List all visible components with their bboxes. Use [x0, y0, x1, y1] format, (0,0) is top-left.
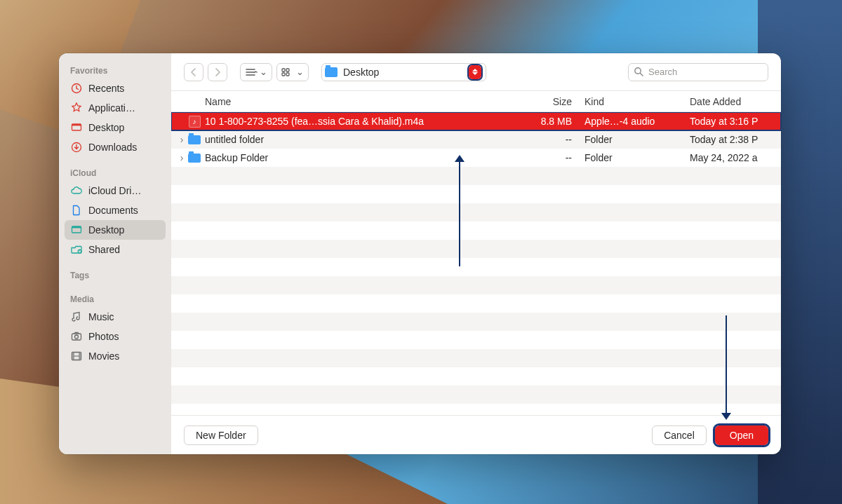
file-row[interactable]: ♪ 10 1-800-273-8255 (fea…ssia Cara & Kha… — [171, 112, 781, 130]
file-date: Today at 2:38 P — [690, 134, 781, 145]
svg-point-15 — [635, 67, 641, 73]
clock-icon — [70, 82, 83, 95]
group-view-button[interactable]: ⌄ — [276, 63, 309, 81]
view-buttons: ⌄ ⌄ — [240, 63, 309, 81]
file-size: -- — [504, 134, 584, 145]
folder-icon — [325, 67, 338, 77]
sidebar-item-label: Downloads — [88, 142, 137, 153]
svg-point-7 — [79, 250, 81, 252]
file-size: 8.8 MB — [504, 116, 584, 127]
sidebar-section-header-media: Media — [65, 292, 166, 307]
sidebar-item-downloads[interactable]: Downloads — [65, 137, 166, 157]
file-size: -- — [504, 152, 584, 163]
folder-icon — [187, 135, 202, 144]
main-pane: ⌄ ⌄ Desktop Name Size Kind Date Added — [171, 53, 781, 454]
annotation-arrow — [726, 315, 727, 414]
file-name: 10 1-800-273-8255 (fea…ssia Cara & Khali… — [202, 116, 504, 127]
disclosure-chevron-icon[interactable]: › — [177, 134, 187, 145]
desktop-teal-icon — [70, 224, 83, 236]
sidebar-item-label: Desktop — [88, 224, 124, 236]
annotation-arrow — [459, 161, 460, 266]
sidebar-section-header-tags: Tags — [65, 268, 166, 283]
svg-point-9 — [75, 335, 79, 339]
sidebar-item-label: Movies — [88, 350, 119, 362]
col-date[interactable]: Date Added — [690, 96, 781, 107]
cancel-button[interactable]: Cancel — [652, 425, 707, 445]
dialog-footer: New Folder Cancel Open — [171, 415, 781, 454]
apps-icon — [70, 102, 83, 114]
file-kind: Apple…-4 audio — [584, 116, 690, 127]
file-date: Today at 3:16 P — [690, 116, 781, 127]
file-row[interactable]: › Backup Folder -- Folder May 24, 2022 a — [171, 149, 781, 167]
col-name[interactable]: Name — [205, 96, 504, 107]
file-kind: Folder — [584, 134, 690, 145]
sidebar-item-music[interactable]: Music — [65, 307, 166, 327]
sidebar-item-recents[interactable]: Recents — [65, 79, 166, 98]
nav-buttons — [184, 63, 227, 81]
music-note-icon — [70, 311, 83, 323]
col-size[interactable]: Size — [504, 96, 584, 107]
cloud-icon — [70, 184, 83, 197]
svg-rect-12 — [286, 69, 289, 71]
sidebar-item-desktop-icloud[interactable]: Desktop — [65, 220, 166, 240]
sidebar-section-header-icloud: iCloud — [65, 165, 166, 181]
location-selector[interactable]: Desktop — [321, 63, 486, 81]
sidebar-item-label: iCloud Dri… — [88, 185, 141, 196]
file-name: untitled folder — [202, 134, 504, 145]
camera-icon — [70, 330, 83, 343]
location-label: Desktop — [343, 67, 463, 78]
file-kind: Folder — [584, 152, 690, 163]
sidebar-item-applications[interactable]: Applicati… — [65, 98, 166, 118]
new-folder-button[interactable]: New Folder — [184, 425, 258, 445]
desktop-icon — [70, 121, 83, 134]
sidebar-item-label: Documents — [88, 205, 138, 216]
file-list: ♪ 10 1-800-273-8255 (fea…ssia Cara & Kha… — [171, 112, 781, 415]
toolbar: ⌄ ⌄ Desktop — [171, 53, 781, 91]
svg-rect-13 — [282, 73, 285, 76]
sidebar-item-documents[interactable]: Documents — [65, 200, 166, 220]
sidebar-item-label: Photos — [88, 331, 119, 342]
back-button[interactable] — [184, 63, 203, 81]
open-button[interactable]: Open — [715, 425, 768, 445]
sidebar-item-desktop[interactable]: Desktop — [65, 118, 166, 137]
film-icon — [70, 350, 83, 362]
sidebar-item-icloud-drive[interactable]: iCloud Dri… — [65, 181, 166, 200]
chevron-down-icon: ⌄ — [260, 67, 267, 77]
search-field[interactable] — [628, 63, 768, 81]
sidebar-item-label: Applicati… — [88, 102, 135, 114]
audio-file-icon: ♪ — [187, 116, 202, 128]
sidebar: Favorites Recents Applicati… Desktop Dow… — [59, 53, 171, 454]
document-icon — [70, 204, 83, 217]
column-headers: Name Size Kind Date Added — [171, 91, 781, 112]
updown-stepper-icon — [469, 65, 481, 79]
open-file-dialog: Favorites Recents Applicati… Desktop Dow… — [59, 53, 781, 454]
disclosure-chevron-icon[interactable]: › — [177, 152, 187, 163]
svg-rect-14 — [286, 73, 289, 76]
sidebar-item-label: Desktop — [88, 122, 124, 133]
list-view-button[interactable]: ⌄ — [240, 63, 272, 81]
svg-rect-2 — [72, 124, 81, 125]
search-icon — [634, 67, 643, 76]
search-input[interactable] — [628, 63, 768, 81]
download-icon — [70, 141, 83, 154]
file-row[interactable]: › untitled folder -- Folder Today at 2:3… — [171, 130, 781, 149]
sidebar-item-label: Shared — [88, 244, 120, 255]
shared-icon — [70, 243, 83, 256]
svg-rect-11 — [282, 69, 285, 71]
sidebar-item-label: Recents — [88, 83, 124, 94]
sidebar-item-shared[interactable]: Shared — [65, 240, 166, 259]
col-kind[interactable]: Kind — [584, 96, 690, 107]
file-date: May 24, 2022 a — [690, 152, 781, 163]
sidebar-item-label: Music — [88, 311, 114, 322]
folder-icon — [187, 154, 202, 163]
sidebar-section-header-favorites: Favorites — [65, 63, 166, 79]
svg-point-6 — [78, 250, 81, 253]
forward-button[interactable] — [208, 63, 227, 81]
sidebar-item-movies[interactable]: Movies — [65, 346, 166, 366]
sidebar-item-photos[interactable]: Photos — [65, 327, 166, 346]
svg-rect-5 — [72, 226, 81, 228]
chevron-down-icon: ⌄ — [296, 67, 304, 77]
